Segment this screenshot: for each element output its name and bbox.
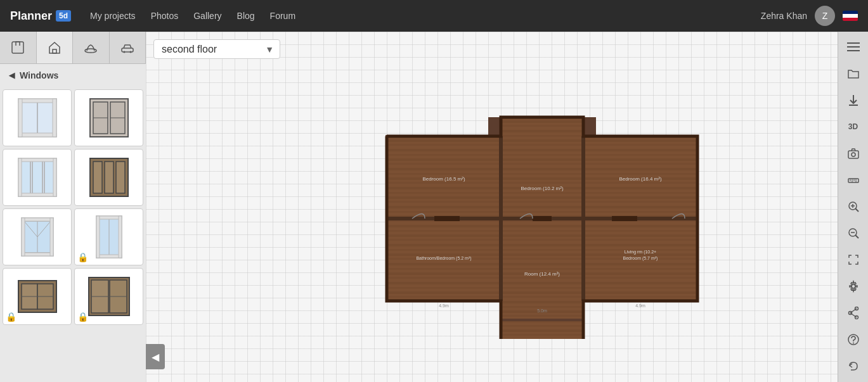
nav-links: My projects Photos Gallery Blog Forum: [90, 11, 742, 21]
svg-rect-11: [18, 99, 22, 137]
right-toolbar: 3D: [838, 32, 868, 382]
svg-rect-73: [533, 216, 552, 221]
download-icon: [848, 94, 859, 106]
floor-dropdown-wrap: first floor second floor third floor ▼: [153, 39, 280, 59]
svg-point-112: [853, 343, 854, 344]
locked-double-slide-preview: [87, 274, 131, 319]
help-icon: [847, 333, 860, 346]
svg-rect-65: [501, 219, 583, 320]
svg-rect-91: [848, 151, 858, 158]
ruler-icon: [847, 174, 860, 186]
list-item[interactable]: [74, 149, 143, 206]
svg-rect-23: [18, 193, 56, 196]
car-icon: [120, 41, 134, 54]
svg-rect-42: [96, 216, 100, 258]
svg-rect-12: [53, 99, 56, 137]
svg-rect-20: [32, 160, 42, 194]
list-item[interactable]: [3, 208, 72, 265]
undo-button[interactable]: [841, 353, 866, 379]
3d-icon: 3D: [848, 122, 858, 131]
menu-icon: [847, 42, 860, 52]
svg-text:5.0m: 5.0m: [537, 309, 547, 313]
svg-rect-41: [96, 255, 122, 258]
panel-title: Windows: [20, 70, 58, 80]
svg-line-103: [855, 235, 858, 238]
menu-button[interactable]: [841, 34, 866, 60]
svg-rect-35: [22, 218, 25, 256]
floor-dropdown[interactable]: first floor second floor third floor: [153, 39, 280, 59]
undo-icon: [847, 360, 860, 372]
zoom-out-button[interactable]: [841, 220, 866, 246]
locked-sliding-preview: [15, 274, 60, 319]
svg-rect-93: [848, 179, 858, 182]
svg-text:Living rm (10.2+: Living rm (10.2+: [625, 250, 656, 255]
lock-badge: 🔒: [6, 312, 16, 322]
avatar[interactable]: Z: [815, 6, 835, 26]
zoom-in-icon: [847, 200, 860, 213]
camera-icon: [847, 148, 860, 159]
svg-text:Bedroom (5.7 m²): Bedroom (5.7 m²): [623, 256, 658, 261]
zoom-in-button[interactable]: [841, 194, 866, 219]
floor-plan[interactable]: Bedroom (10.2 m²) Bedroom (16.5 m²) Bedr…: [361, 92, 723, 339]
double-pane-window-preview: [87, 96, 131, 140]
export-tool-button[interactable]: [0, 32, 37, 63]
nav-photos[interactable]: Photos: [151, 11, 179, 21]
help-button[interactable]: [841, 327, 866, 352]
svg-rect-24: [18, 158, 22, 196]
svg-point-4: [123, 51, 125, 53]
svg-rect-0: [12, 42, 23, 53]
download-button[interactable]: [841, 87, 866, 113]
home-tool-button[interactable]: [37, 32, 74, 63]
svg-rect-62: [501, 117, 583, 219]
logo-text: Planner: [10, 10, 52, 23]
svg-rect-22: [18, 158, 56, 162]
fullscreen-icon: [848, 254, 859, 265]
svg-rect-33: [22, 218, 53, 221]
exterior-tool-button[interactable]: [110, 32, 146, 63]
list-item[interactable]: [3, 149, 72, 206]
tool-bar: [0, 32, 146, 64]
svg-point-2: [85, 49, 96, 53]
list-item[interactable]: 🔒: [74, 268, 143, 325]
left-sidebar: ◀ Windows: [0, 32, 146, 382]
logo-suffix: 5d: [56, 10, 71, 22]
nav-my-projects[interactable]: My projects: [90, 11, 136, 21]
share-button[interactable]: [841, 300, 866, 326]
list-item[interactable]: 🔒: [3, 268, 72, 325]
svg-text:4.9m: 4.9m: [439, 303, 449, 308]
fullscreen-button[interactable]: [841, 247, 866, 272]
logo[interactable]: Planner 5d: [10, 10, 71, 23]
share-icon: [848, 307, 859, 319]
svg-line-99: [855, 208, 858, 212]
svg-text:Bedroom (16.5 m²): Bedroom (16.5 m²): [422, 176, 465, 182]
collapse-sidebar-button[interactable]: ◀: [146, 344, 165, 369]
svg-rect-29: [116, 162, 125, 193]
panel-header[interactable]: ◀ Windows: [0, 64, 146, 87]
svg-line-110: [850, 313, 857, 317]
3d-view-button[interactable]: 3D: [841, 114, 866, 139]
nav-forum[interactable]: Forum: [270, 11, 295, 21]
floor-selector: first floor second floor third floor ▼: [153, 39, 280, 59]
svg-text:Room (12.4 m²): Room (12.4 m²): [524, 271, 560, 277]
nav-gallery[interactable]: Gallery: [193, 11, 221, 21]
tall-casement-preview: [87, 215, 131, 259]
interior-tool-button[interactable]: [73, 32, 110, 63]
nav-blog[interactable]: Blog: [237, 11, 255, 21]
open-button[interactable]: [841, 61, 866, 86]
svg-rect-10: [18, 133, 56, 137]
list-item[interactable]: 🔒: [74, 208, 143, 265]
settings-icon: [847, 280, 860, 293]
list-item[interactable]: [3, 89, 72, 146]
svg-text:Bedroom (16.4 m²): Bedroom (16.4 m²): [619, 176, 661, 182]
ruler-button[interactable]: [841, 167, 866, 193]
settings-button[interactable]: [841, 274, 866, 299]
zoom-out-icon: [847, 227, 860, 239]
language-flag-icon[interactable]: [843, 11, 858, 21]
canvas-area[interactable]: first floor second floor third floor ▼: [146, 32, 838, 382]
export-icon: [11, 41, 25, 54]
screenshot-button[interactable]: [841, 141, 866, 166]
grid-background: first floor second floor third floor ▼: [146, 32, 838, 382]
list-item[interactable]: [74, 89, 143, 146]
svg-rect-34: [22, 253, 53, 256]
triple-pane-window-preview: [15, 155, 60, 200]
